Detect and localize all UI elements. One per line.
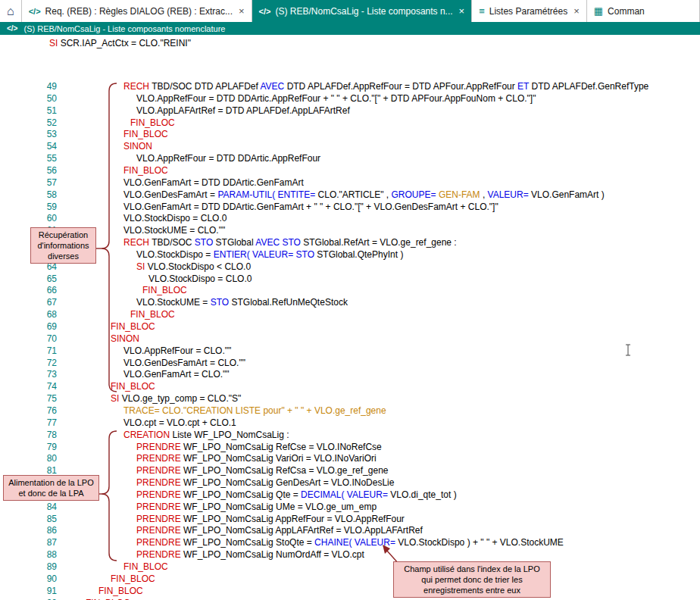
line-number: 85 (23, 514, 57, 525)
code-line: TRACE= CLO."CREATION LISTE pour" + " " +… (123, 405, 386, 417)
code-editor[interactable]: 49RECH TBD/SOC DTD APLAFDef AVEC DTD APL… (0, 0, 700, 600)
code-line: FIN_BLOC (111, 573, 155, 585)
code-line: PRENDRE WF_LPO_NomCsaLig RefCse = VLO.IN… (136, 442, 382, 453)
code-line: VLO.AppLAFArtRef = DTD APLAFDef.AppLAFAr… (136, 105, 350, 117)
code-line: FIN_BLOC (111, 381, 155, 392)
code-line: CREATION Liste WF_LPO_NomCsaLig : (123, 430, 289, 441)
line-number: 56 (23, 165, 57, 177)
code-line: SINON (123, 141, 152, 152)
code-line: PRENDRE WF_LPO_NomCsaLig AppRefFour = VL… (136, 514, 405, 525)
code-line: FIN_BLOC (86, 598, 130, 600)
line-number: 54 (23, 141, 57, 152)
line-number: 55 (23, 153, 57, 164)
code-line: SI VLO.StockDispo < CLO.0 (136, 261, 251, 273)
code-line: PRENDRE WF_LPO_NomCsaLig RefCsa = VLO.ge… (136, 465, 388, 477)
code-line: PRENDRE WF_LPO_NomCsaLig NumOrdAff = VLO… (136, 549, 364, 561)
annotation-recuperation: Récupération d'informations diverses (30, 227, 96, 264)
code-line: PRENDRE WF_LPO_NomCsaLig StoQte = CHAINE… (136, 537, 564, 548)
code-line: VLO.GenFamArt = CLO."" (123, 369, 230, 380)
code-line: FIN_BLOC (142, 285, 187, 296)
line-number: 65 (23, 273, 57, 285)
line-number: 51 (23, 105, 57, 117)
code-line: FIN_BLOC (98, 586, 143, 597)
code-line: SI VLO.ge_typ_comp = CLO."S" (111, 393, 241, 405)
line-number: 89 (23, 561, 57, 573)
line-number: 60 (23, 213, 57, 224)
code-line: VLO.StockDispo = CLO.0 (148, 273, 252, 285)
line-number: 49 (23, 81, 57, 92)
line-number: 86 (23, 525, 57, 536)
line-number: 92 (23, 598, 57, 600)
code-line: VLO.AppRefFour = CLO."" (123, 345, 231, 357)
line-number: 69 (23, 321, 57, 333)
line-number: 71 (23, 345, 57, 357)
line-number: 66 (23, 285, 57, 296)
line-number: 87 (23, 537, 57, 548)
code-line: FIN_BLOC (123, 129, 168, 140)
line-number: 70 (23, 333, 57, 345)
code-line: PRENDRE WF_LPO_NomCsaLig AppLAFArtRef = … (136, 525, 423, 536)
line-number: 75 (23, 393, 57, 405)
code-line: FIN_BLOC (123, 561, 168, 573)
line-number: 90 (23, 573, 57, 585)
line-number: 72 (23, 358, 57, 369)
line-number: 77 (23, 417, 57, 429)
line-number: 79 (23, 442, 57, 453)
annotation-champ-index: Champ utilisé dans l'index de la LPO qui… (393, 561, 551, 598)
line-number: 73 (23, 369, 57, 380)
code-line: PRENDRE WF_LPO_NomCsaLig Qte = DECIMAL( … (136, 489, 457, 501)
line-number: 74 (23, 381, 57, 392)
code-line: VLO.AppRefFour = DTD DDArtic.AppRefFour (136, 153, 320, 164)
line-number: 53 (23, 129, 57, 140)
line-number: 57 (23, 177, 57, 189)
line-number: 52 (23, 117, 57, 129)
line-number: 78 (23, 430, 57, 441)
line-number: 91 (23, 586, 57, 597)
code-line: VLO.GenDesFamArt = PARAM-UTIL( ENTITE= C… (123, 189, 605, 201)
code-line: VLO.GenFamArt = DTD DDArtic.GenFamArt (123, 177, 304, 189)
line-number: 59 (23, 202, 57, 213)
code-line: VLO.GenDesFamArt = CLO."" (123, 358, 245, 369)
code-line: VLO.cpt = VLO.cpt + CLO.1 (123, 417, 236, 429)
code-line: VLO.StockUME = CLO."" (123, 225, 225, 236)
line-number: 76 (23, 405, 57, 417)
code-line: VLO.GenFamArt = DTD DDArtic.GenFamArt + … (123, 202, 498, 213)
code-line: RECH TBD/SOC DTD APLAFDef AVEC DTD APLAF… (123, 81, 648, 92)
line-number: 58 (23, 189, 57, 201)
line-number: 80 (23, 453, 57, 464)
code-line: FIN_BLOC (130, 309, 175, 320)
dialog-editor-window: ⌂</>Req. (REB) : Règles DIALOG (REB) : E… (0, 0, 700, 600)
code-line: SINON (111, 333, 139, 345)
code-line: FIN_BLOC (130, 117, 175, 129)
code-line: FIN_BLOC (111, 321, 155, 333)
line-number: 67 (23, 297, 57, 308)
code-line: PRENDRE WF_LPO_NomCsaLig UMe = VLO.ge_um… (136, 502, 377, 513)
code-line: VLO.StockUME = STO STGlobal.RefUnMeQteSt… (136, 297, 348, 308)
code-line: VLO.AppRefFour = DTD DDArtic.AppRefFour … (136, 93, 536, 105)
code-line: FIN_BLOC (123, 165, 168, 177)
code-line: PRENDRE WF_LPO_NomCsaLig GenDesArt = VLO… (136, 477, 394, 489)
code-line: VLO.StockDispo = ENTIER( VALEUR= STO STG… (136, 249, 403, 261)
line-number: 50 (23, 93, 57, 105)
code-line: VLO.StockDispo = CLO.0 (123, 213, 227, 224)
line-number: 84 (23, 502, 57, 513)
code-line: PRENDRE WF_LPO_NomCsaLig VariOri = VLO.I… (136, 453, 377, 464)
code-line: RECH TBD/SOC STO STGlobal AVEC STO STGlo… (123, 237, 457, 248)
line-number: 88 (23, 549, 57, 561)
line-number: 68 (23, 309, 57, 320)
annotation-alimentation: Alimentation de la LPO et donc de la LPA (3, 475, 99, 501)
